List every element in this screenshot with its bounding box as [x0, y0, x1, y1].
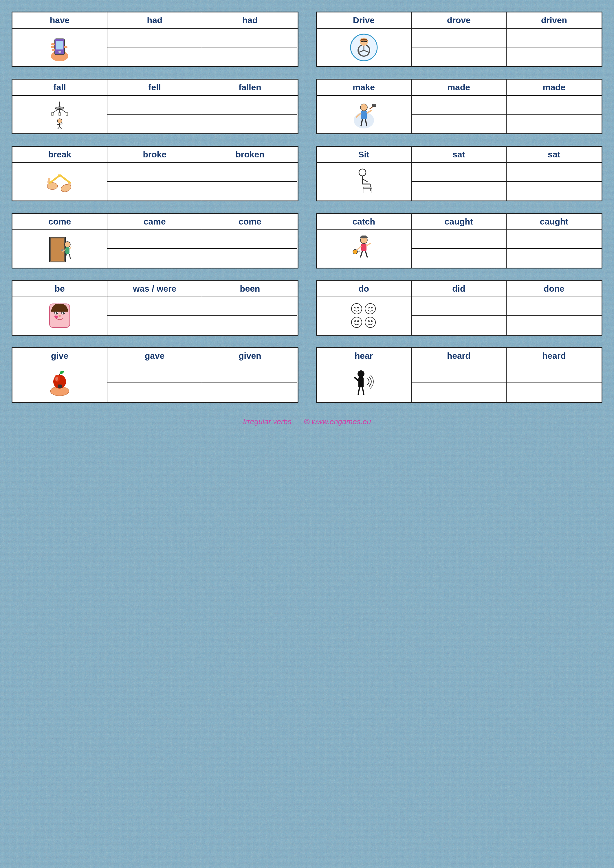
break-empty4 — [202, 182, 297, 200]
sit-form3: sat — [507, 147, 602, 162]
make-empty3 — [412, 115, 507, 133]
svg-rect-23 — [59, 113, 61, 115]
svg-rect-54 — [363, 187, 372, 188]
card-fall-header: fall fell fallen — [12, 79, 298, 96]
door-enter-icon — [47, 234, 73, 263]
svg-point-94 — [357, 320, 359, 322]
fall-empty3 — [107, 115, 202, 133]
give-empty4 — [202, 383, 297, 402]
svg-line-63 — [70, 246, 71, 250]
card-give-body — [12, 364, 298, 402]
drive-empty3 — [412, 48, 507, 66]
svg-point-49 — [359, 169, 366, 176]
breaking-icon — [45, 167, 74, 196]
card-do-header: do did done — [317, 281, 602, 297]
sit-empty4 — [507, 182, 602, 200]
card-break-body — [12, 163, 298, 200]
svg-line-51 — [362, 179, 368, 182]
do-empty4 — [507, 316, 602, 335]
have-image — [12, 29, 107, 66]
drive-empty4 — [507, 48, 602, 66]
svg-point-111 — [358, 370, 364, 377]
svg-line-34 — [367, 110, 372, 113]
give-empty1 — [107, 364, 202, 383]
card-have-header: have had had — [12, 12, 298, 29]
svg-rect-42 — [48, 178, 50, 181]
svg-point-84 — [351, 304, 362, 314]
sit-form1: Sit — [317, 147, 412, 162]
hear-empty4 — [507, 383, 602, 402]
hear-form2: heard — [412, 348, 507, 364]
have-empty2 — [202, 29, 297, 48]
card-fall: fall fell fallen — [12, 79, 298, 134]
break-form2: broke — [107, 147, 202, 162]
phone-hand-icon — [47, 33, 73, 62]
card-come-header: come came come — [12, 214, 298, 230]
card-come: come came come — [12, 213, 298, 268]
be-empty3 — [107, 316, 202, 335]
fall-empty1 — [107, 96, 202, 115]
card-sit: Sit sat sat — [316, 146, 603, 202]
give-image — [12, 364, 107, 402]
svg-rect-14 — [361, 41, 363, 42]
do-image — [317, 297, 412, 335]
hear-empty2 — [507, 364, 602, 383]
svg-line-29 — [60, 127, 62, 129]
card-hear: hear heard heard — [316, 347, 603, 403]
svg-rect-110 — [58, 384, 62, 388]
drive-form1: Drive — [317, 12, 412, 28]
face-icon — [47, 301, 73, 330]
do-form3: done — [507, 281, 602, 296]
svg-line-46 — [50, 176, 59, 183]
svg-rect-5 — [51, 46, 54, 48]
footer-copyright: © www.engames.eu — [304, 417, 371, 426]
card-drive-body — [317, 29, 602, 66]
break-form1: break — [12, 147, 107, 162]
svg-rect-69 — [361, 243, 367, 251]
svg-rect-112 — [358, 377, 364, 388]
come-form3: come — [202, 214, 297, 229]
give-empty3 — [107, 383, 202, 402]
svg-point-98 — [371, 320, 373, 322]
sit-image — [317, 163, 412, 200]
svg-line-115 — [362, 388, 364, 395]
card-drive-header: Drive drove driven — [317, 12, 602, 29]
svg-point-90 — [371, 307, 373, 308]
drive-empty2 — [507, 29, 602, 48]
do-form1: do — [317, 281, 412, 296]
svg-point-25 — [58, 119, 62, 123]
card-hear-header: hear heard heard — [317, 348, 602, 364]
be-image — [12, 297, 107, 335]
svg-rect-4 — [52, 49, 55, 51]
give-form3: given — [202, 348, 297, 364]
svg-point-60 — [65, 242, 70, 247]
drive-image — [317, 29, 412, 66]
give-empty2 — [202, 364, 297, 383]
apple-hand-icon — [47, 369, 73, 398]
fall-image — [12, 96, 107, 133]
drive-form2: drove — [412, 12, 507, 28]
svg-rect-36 — [372, 104, 376, 107]
break-image — [12, 163, 107, 200]
svg-point-74 — [353, 250, 358, 254]
driver-icon — [350, 33, 378, 62]
svg-line-73 — [365, 251, 367, 257]
do-empty1 — [412, 297, 507, 316]
card-sit-body — [317, 163, 602, 200]
catch-empty2 — [507, 230, 602, 249]
svg-line-113 — [354, 377, 358, 381]
catch-form1: catch — [317, 214, 412, 229]
svg-point-99 — [368, 321, 369, 322]
be-form3: been — [202, 281, 297, 296]
svg-rect-68 — [362, 236, 366, 238]
card-do-body — [317, 297, 602, 335]
be-form1: be — [12, 281, 107, 296]
fall-form1: fall — [12, 79, 107, 95]
svg-rect-104 — [64, 388, 67, 391]
card-catch-header: catch caught caught — [317, 214, 602, 230]
svg-rect-15 — [364, 41, 367, 42]
card-be-body — [12, 297, 298, 335]
come-form1: come — [12, 214, 107, 229]
be-empty2 — [202, 297, 297, 316]
hearing-icon — [351, 369, 377, 398]
